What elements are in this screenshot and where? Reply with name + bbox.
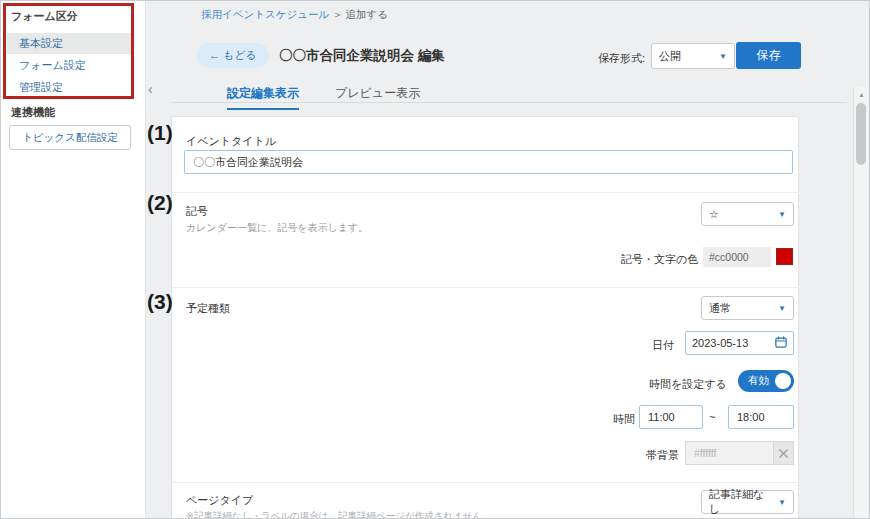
date-value: 2023-05-13 [692,337,748,349]
section-divider [172,192,798,193]
time-enable-toggle[interactable]: 有効 [738,370,794,392]
disabled-color-icon [773,441,794,465]
vertical-scrollbar[interactable]: ▲ [853,87,868,519]
breadcrumb-current: 追加する [346,8,389,20]
save-format-label: 保存形式: [598,51,645,66]
band-background-label: 帯背景 [646,448,679,463]
sidebar-section-link-title: 連携機能 [11,105,55,120]
chevron-down-icon: ▼ [778,304,786,313]
annotation-number-2: (2) [147,191,173,215]
calendar-icon[interactable] [775,336,787,350]
annotation-number-3: (3) [147,290,173,314]
schedule-type-label: 予定種類 [186,301,230,316]
sidebar-item-admin-settings[interactable]: 管理設定 [7,77,134,98]
schedule-type-value: 通常 [709,301,731,316]
sidebar-item-basic-settings[interactable]: 基本設定 [7,33,134,54]
time-toggle-label: 時間を設定する [649,377,727,392]
date-label: 日付 [652,338,674,353]
tab-preview-view[interactable]: プレビュー表示 [335,85,420,108]
time-end-input[interactable] [728,405,794,429]
time-toggle-state: 有効 [748,374,769,388]
back-button-label: もどる [223,49,257,61]
sidebar-section-form-title: フォーム区分 [11,9,78,24]
page-type-value: 記事詳細なし [709,487,774,517]
sidebar-collapse-icon[interactable]: ‹ [148,81,153,97]
tabs-divider [171,102,847,103]
page-title: 〇〇市合同企業説明会 編集 [279,47,445,65]
event-title-label: イベントタイトル [186,134,276,149]
tab-edit-view[interactable]: 設定編集表示 [227,85,299,110]
page-type-label: ページタイプ [186,493,253,508]
chevron-down-icon: ▼ [719,52,727,61]
symbol-help-text: カレンダー一覧に、記号を表示します。 [186,221,368,235]
save-button[interactable]: 保存 [736,42,801,69]
breadcrumb-separator: ＞ [332,8,343,20]
chevron-down-icon: ▼ [778,498,786,507]
scrollbar-thumb[interactable] [856,103,866,165]
symbol-color-value: #cc0000 [703,247,771,267]
save-format-select[interactable]: 公開 ▼ [651,43,735,69]
save-format-value: 公開 [659,49,681,64]
band-background-input: #ffffff [685,441,773,465]
time-start-input[interactable] [639,405,703,429]
schedule-type-select[interactable]: 通常 ▼ [701,296,794,320]
breadcrumb: 採用イベントスケジュール ＞ 追加する [201,8,388,22]
scroll-up-icon[interactable]: ▲ [858,91,865,98]
breadcrumb-link-schedule[interactable]: 採用イベントスケジュール [201,8,329,20]
chevron-down-icon: ▼ [778,210,786,219]
app-window: フォーム区分 基本設定 フォーム設定 管理設定 連携機能 トピックス配信設定 採… [0,0,870,519]
sidebar: フォーム区分 基本設定 フォーム設定 管理設定 連携機能 トピックス配信設定 [1,1,146,519]
symbol-label: 記号 [186,204,208,219]
annotation-number-1: (1) [147,121,173,145]
time-range-separator: ~ [709,411,715,423]
symbol-select[interactable]: ☆ ▼ [701,202,794,226]
back-button[interactable]: ← もどる [197,43,269,68]
section-divider [172,287,798,288]
back-arrow-icon: ← [209,49,220,61]
section-divider [172,482,798,483]
sidebar-item-form-settings[interactable]: フォーム設定 [7,55,134,76]
event-title-input[interactable] [184,150,793,174]
symbol-color-label: 記号・文字の色 [621,252,698,267]
symbol-select-value: ☆ [709,208,719,221]
toggle-knob [775,373,791,389]
page-type-select[interactable]: 記事詳細なし ▼ [701,490,794,514]
topics-delivery-settings-button[interactable]: トピックス配信設定 [9,125,131,150]
page-type-help-text: ※記事詳細なし・ラベルの場合は、記事詳細ページが作成されません。 [186,510,492,519]
date-input[interactable]: 2023-05-13 [685,331,794,355]
time-label: 時間 [613,412,635,427]
symbol-color-swatch[interactable] [776,248,793,265]
